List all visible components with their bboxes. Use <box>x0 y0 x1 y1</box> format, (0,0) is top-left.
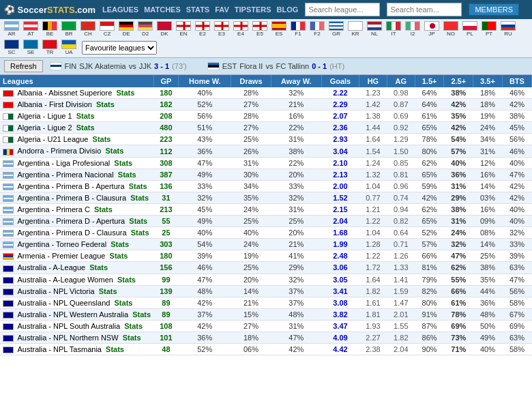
col-header-gp[interactable]: GP <box>153 75 179 87</box>
stats-link[interactable]: Stats <box>96 100 115 108</box>
logo[interactable]: ⚽ SoccerSTATS.com <box>4 5 95 15</box>
flag-pl[interactable]: PL <box>461 20 479 38</box>
league-name[interactable]: Argentina - Primera B - Clausura <box>17 194 126 202</box>
col-header-p15[interactable]: 1.5+ <box>415 75 444 87</box>
stats-link[interactable]: Stats <box>106 345 124 353</box>
stats-link[interactable]: Stats <box>132 310 151 319</box>
flag-br[interactable]: BR <box>60 20 78 38</box>
league-name[interactable]: Argentina - Liga Profesional <box>17 159 110 167</box>
stats-link[interactable]: Stats <box>123 334 141 342</box>
flag-gr[interactable]: GR <box>327 20 345 38</box>
flag-sc[interactable]: SC <box>3 39 20 56</box>
league-name[interactable]: Argentina - Primera C <box>17 205 89 214</box>
league-name[interactable]: Australia - NPL Queensland <box>17 299 110 307</box>
flag-dk[interactable]: DK <box>156 20 173 38</box>
col-header-aw[interactable]: Away W. <box>271 75 321 87</box>
nav-tipsters[interactable]: TIPSTERS <box>235 5 271 14</box>
flag-tr[interactable]: TR <box>41 39 59 56</box>
stats-link[interactable]: Stats <box>131 229 149 237</box>
flag-ru[interactable]: RU <box>499 20 517 38</box>
league-name[interactable]: Australia - A-League <box>17 263 85 271</box>
stats-link[interactable]: Stats <box>114 159 132 167</box>
stats-link[interactable]: Stats <box>99 287 117 295</box>
league-name[interactable]: Albania - First Division <box>17 100 91 108</box>
league-name[interactable]: Australia - A-League Women <box>17 276 113 284</box>
col-header-bts[interactable]: BTS <box>502 75 531 87</box>
flag-pt[interactable]: PT <box>480 20 498 38</box>
flag-jp[interactable]: JP <box>423 20 441 38</box>
stats-link[interactable]: Stats <box>93 135 111 143</box>
flag-ar[interactable]: AR <box>3 20 20 38</box>
league-name[interactable]: Argentina - Primera D - Clausura <box>17 229 126 237</box>
league-name[interactable]: Armenia - Premier League <box>17 252 105 260</box>
search-team-input[interactable] <box>387 3 462 16</box>
flag-es[interactable]: ES <box>270 20 288 38</box>
favourite-leagues-select[interactable]: Favourite leagues <box>82 41 157 55</box>
flag-ua[interactable]: UA <box>60 39 78 56</box>
nav-leagues[interactable]: LEAGUES <box>102 5 138 14</box>
flag-it[interactable]: IT <box>385 20 402 38</box>
flag-e4[interactable]: E4 <box>232 20 250 38</box>
flag-cz[interactable]: CZ <box>98 20 116 38</box>
col-header-ag[interactable]: AG <box>387 75 415 87</box>
members-button[interactable]: MEMBERS <box>469 3 519 16</box>
league-name[interactable]: Andorra - Primera Divisio <box>17 147 101 155</box>
league-name[interactable]: Argentina - Primera Nacional <box>17 171 113 179</box>
flag-f2[interactable]: F2 <box>308 20 326 38</box>
flag-e2[interactable]: E2 <box>194 20 211 38</box>
league-name[interactable]: Algeria - Ligue 2 <box>17 123 72 132</box>
flag-e5[interactable]: E5 <box>251 20 269 38</box>
col-header-p25[interactable]: 2.5+ <box>444 75 473 87</box>
col-header-draws[interactable]: Draws <box>231 75 271 87</box>
stats-link[interactable]: Stats <box>89 263 108 271</box>
league-name[interactable]: Argentina - Primera D - Apertura <box>17 217 125 225</box>
flag-se[interactable]: SE <box>22 39 40 56</box>
nav-matches[interactable]: MATCHES <box>144 5 181 14</box>
stats-link[interactable]: Stats <box>94 205 113 214</box>
flag-ch[interactable]: CH <box>79 20 97 38</box>
stats-link[interactable]: Stats <box>115 299 133 307</box>
league-name[interactable]: Australia - NPL South Australia <box>17 322 120 330</box>
flag-be[interactable]: BE <box>41 20 59 38</box>
flag-d2[interactable]: D2 <box>136 20 154 38</box>
league-name[interactable]: Australia - NPL Tasmania <box>17 345 102 353</box>
nav-fav[interactable]: FAV <box>215 5 229 14</box>
refresh-button[interactable]: Refresh <box>4 60 43 72</box>
stats-link[interactable]: Stats <box>118 171 136 179</box>
league-name[interactable]: Argentina - Torneo Federal <box>17 240 106 248</box>
col-header-hw[interactable]: Home W. <box>179 75 231 87</box>
search-league-input[interactable] <box>305 3 380 16</box>
stats-link[interactable]: Stats <box>116 89 134 97</box>
col-header-hg[interactable]: HG <box>359 75 387 87</box>
flag-f1[interactable]: F1 <box>289 20 307 38</box>
nav-blog[interactable]: BLOG <box>277 5 299 14</box>
flag-e3[interactable]: E3 <box>213 20 231 38</box>
flag-at[interactable]: AT <box>22 20 40 38</box>
col-header-goals[interactable]: Goals <box>321 75 359 87</box>
stats-link[interactable]: Stats <box>110 252 128 260</box>
league-name[interactable]: Argentina - Primera B - Apertura <box>17 182 124 190</box>
league-name[interactable]: Australia - NPL Northern NSW <box>17 334 118 342</box>
stats-link[interactable]: Stats <box>124 322 143 330</box>
flag-kr[interactable]: KR <box>346 20 364 38</box>
flag-no[interactable]: NO <box>442 20 460 38</box>
league-name[interactable]: Australia - NPL Victoria <box>17 287 94 295</box>
nav-stats[interactable]: STATS <box>186 5 209 14</box>
stats-link[interactable]: Stats <box>130 194 149 202</box>
stats-link[interactable]: Stats <box>129 217 147 225</box>
stats-link[interactable]: Stats <box>76 123 95 132</box>
league-name[interactable]: Algeria - Ligue 1 <box>17 112 72 120</box>
flag-nl[interactable]: NL <box>366 20 383 38</box>
stats-link[interactable]: Stats <box>105 147 123 155</box>
league-name[interactable]: Albania - Abissnet Superiore <box>17 89 112 97</box>
col-header-p35[interactable]: 3.5+ <box>473 75 503 87</box>
stats-link[interactable]: Stats <box>76 112 95 120</box>
stats-link[interactable]: Stats <box>110 240 129 248</box>
flag-i2[interactable]: I2 <box>404 20 422 38</box>
flag-de[interactable]: DE <box>117 20 135 38</box>
league-name[interactable]: Australia - NPL Western Australia <box>17 310 128 319</box>
stats-link[interactable]: Stats <box>117 276 136 284</box>
league-name[interactable]: Algeria - U21 League <box>17 135 88 143</box>
flag-en[interactable]: EN <box>175 20 192 38</box>
stats-link[interactable]: Stats <box>129 182 147 190</box>
